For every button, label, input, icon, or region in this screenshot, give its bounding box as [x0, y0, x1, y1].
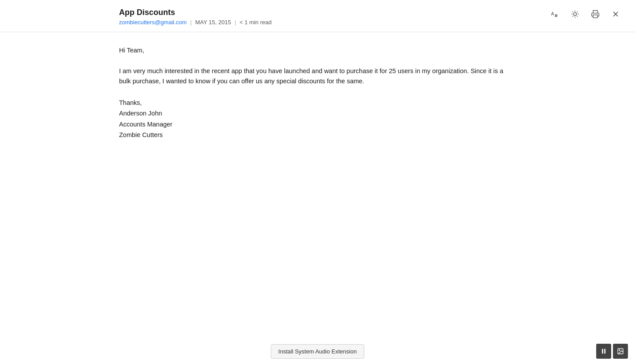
meta-separator: |: [190, 19, 191, 26]
email-greeting: Hi Team,: [119, 45, 516, 56]
email-meta: zombiecutters@gmail.com | MAY 15, 2015 |…: [119, 19, 516, 26]
email-signature: Thanks, Anderson John Accounts Manager Z…: [119, 97, 516, 141]
svg-point-17: [619, 350, 620, 351]
svg-line-10: [572, 16, 573, 17]
email-date: MAY 15, 2015: [195, 19, 231, 26]
svg-rect-11: [593, 15, 598, 18]
signature-company: Zombie Cutters: [119, 130, 516, 141]
svg-text:A: A: [551, 11, 554, 16]
email-body: Hi Team, I am very much interested in th…: [0, 32, 635, 364]
meta-separator2: |: [235, 19, 236, 26]
sender-email[interactable]: zombiecutters@gmail.com: [119, 19, 187, 26]
read-time: < 1 min read: [239, 19, 272, 26]
svg-line-8: [577, 16, 578, 17]
svg-line-9: [577, 11, 578, 12]
header-actions: A A: [549, 8, 622, 20]
signature-closing: Thanks,: [119, 97, 516, 108]
email-viewer: App Discounts zombiecutters@gmail.com | …: [0, 0, 635, 364]
svg-point-2: [574, 13, 577, 16]
signature-title: Accounts Manager: [119, 119, 516, 130]
print-icon[interactable]: [589, 8, 601, 20]
bottom-right-controls: [596, 344, 628, 359]
signature-name: Anderson John: [119, 108, 516, 119]
svg-rect-14: [602, 349, 603, 354]
svg-rect-15: [604, 349, 605, 354]
close-icon[interactable]: [609, 8, 622, 20]
image-button[interactable]: [613, 344, 628, 359]
pause-button[interactable]: [596, 344, 611, 359]
email-title: App Discounts: [119, 8, 516, 17]
brightness-icon[interactable]: [569, 8, 581, 20]
install-audio-extension-button[interactable]: Install System Audio Extension: [271, 344, 364, 359]
email-main-paragraph: I am very much interested in the recent …: [119, 66, 516, 86]
svg-line-7: [572, 11, 573, 12]
email-header: App Discounts zombiecutters@gmail.com | …: [0, 0, 635, 32]
font-size-icon[interactable]: A A: [549, 8, 561, 20]
